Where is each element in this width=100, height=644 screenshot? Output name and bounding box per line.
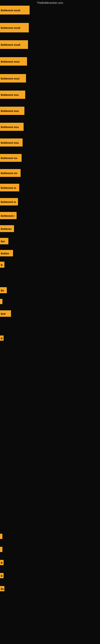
bar-label: Bo: [0, 586, 4, 591]
bar-row: Bott: [0, 310, 11, 317]
bar-row: Bottleneck resul: [0, 74, 26, 82]
bar-row: [0, 534, 2, 539]
bar-label: Bo: [0, 287, 7, 293]
bar-label: Bottleneck result: [0, 6, 30, 14]
bar-label: Bottleneck re: [0, 184, 19, 192]
bar-row: Bottleneck res: [0, 169, 21, 177]
bar-row: [0, 299, 2, 304]
bar-label: Bottleneck resu: [0, 107, 24, 115]
bar-label: B: [0, 262, 4, 268]
bar-label: Bottleneck re: [0, 198, 18, 206]
bar-label: Bottleneck result: [0, 23, 29, 32]
site-title: TheBottlenecker.com: [0, 0, 100, 6]
bar-row: Bottleneck resu: [0, 107, 24, 115]
bar-label: Bot: [0, 238, 8, 244]
bar-row: Bottleneck res: [0, 154, 22, 162]
bar-row: Bo: [0, 287, 7, 293]
bar-row: Bottleneck resu: [0, 138, 23, 146]
bar-label: B: [0, 573, 3, 578]
bar-row: Bot: [0, 238, 8, 244]
bar-label: Bottleneck resu: [0, 123, 24, 131]
bar-label: Bottleneck resul: [0, 57, 27, 66]
bar-label: B: [0, 336, 3, 341]
bar-label: Bottlenec: [0, 225, 14, 232]
bar-label: [0, 299, 2, 304]
bar-row: B: [0, 262, 4, 268]
bar-row: Bottleneck re: [0, 184, 19, 192]
bar-row: Bottleneck r: [0, 212, 17, 219]
bar-label: Bottleneck resul: [0, 74, 26, 82]
bar-label: Bott: [0, 310, 11, 317]
bar-row: Bottlenec: [0, 225, 14, 232]
bar-label: B: [0, 560, 3, 565]
bar-row: [0, 547, 2, 552]
bar-label: [0, 534, 2, 539]
bar-row: Bottleneck re: [0, 198, 18, 206]
bar-row: B: [0, 336, 3, 341]
bar-row: Bottleneck resu: [0, 90, 25, 99]
bar-label: Bottleneck r: [0, 212, 17, 219]
bar-row: Bottleneck result: [0, 40, 28, 49]
bar-label: Bottleneck result: [0, 40, 28, 49]
bar-label: [0, 547, 2, 552]
bar-row: B: [0, 573, 3, 578]
bar-row: Bottleneck result: [0, 6, 30, 14]
bar-row: Bottleneck result: [0, 23, 29, 32]
bar-label: Bottlen: [0, 250, 13, 256]
bar-label: Bottleneck resu: [0, 90, 25, 99]
bar-row: Bottleneck resu: [0, 123, 24, 131]
bar-label: Bottleneck res: [0, 154, 22, 162]
bar-row: Bottlen: [0, 250, 13, 256]
bar-row: Bottleneck resul: [0, 57, 27, 66]
bar-row: B: [0, 560, 3, 565]
bar-label: Bottleneck resu: [0, 138, 23, 146]
bar-label: Bottleneck res: [0, 169, 21, 177]
bar-row: Bo: [0, 586, 4, 591]
